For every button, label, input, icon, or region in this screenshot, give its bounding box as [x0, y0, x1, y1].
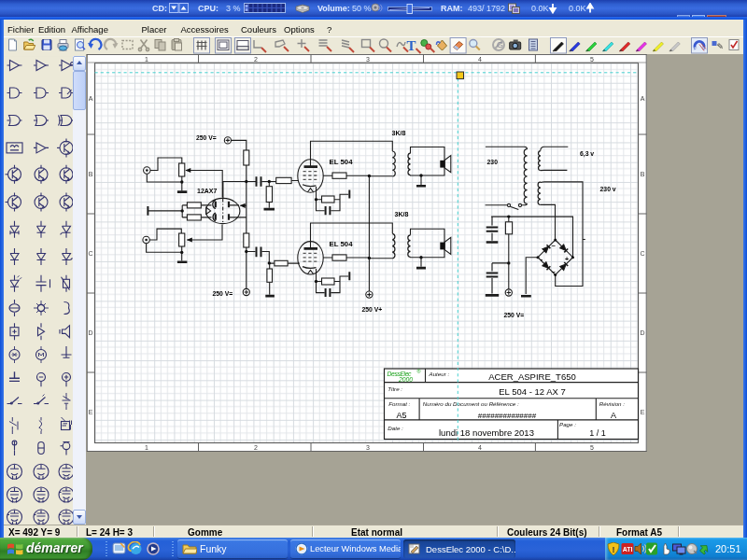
svg-text:C: C — [640, 250, 644, 257]
svg-text:B: B — [641, 171, 645, 177]
svg-text:C: C — [88, 250, 92, 257]
svg-text:EL 504: EL 504 — [330, 240, 354, 248]
svg-text:D: D — [640, 329, 644, 336]
svg-text:3K/8: 3K/8 — [392, 130, 406, 136]
svg-text:4: 4 — [478, 444, 482, 451]
svg-text:A: A — [89, 95, 93, 102]
svg-text:Page :: Page : — [559, 421, 576, 427]
svg-text:5: 5 — [590, 56, 594, 63]
svg-text:2000: 2000 — [398, 376, 413, 383]
svg-text:3: 3 — [366, 56, 370, 63]
svg-text:2: 2 — [254, 56, 258, 63]
svg-text:230: 230 — [487, 159, 499, 165]
svg-text:EL 504: EL 504 — [330, 158, 354, 166]
svg-text:✎: ✎ — [717, 42, 725, 51]
svg-text:250 V+: 250 V+ — [362, 306, 383, 313]
svg-text:A: A — [641, 95, 645, 102]
svg-text:B: B — [89, 171, 93, 177]
svg-text:Titre :: Titre : — [388, 385, 402, 392]
svg-text:250 V=: 250 V= — [196, 134, 217, 141]
svg-text:Date :: Date : — [388, 425, 403, 431]
svg-text:2: 2 — [254, 444, 258, 451]
svg-text:A: A — [611, 411, 616, 420]
svg-text:1: 1 — [145, 444, 148, 451]
svg-text:EL 504 - 12 AX 7: EL 504 - 12 AX 7 — [499, 386, 565, 397]
svg-text:5: 5 — [590, 444, 594, 451]
svg-text:ATI: ATI — [623, 546, 633, 553]
svg-text:3K/8: 3K/8 — [395, 211, 409, 217]
svg-text:~: ~ — [552, 269, 556, 275]
svg-text:3: 3 — [366, 444, 370, 451]
svg-text:Numéro du Document ou Référenc: Numéro du Document ou Référence : — [423, 400, 519, 407]
svg-text:lundi 18 novembre 2013: lundi 18 novembre 2013 — [439, 427, 534, 438]
svg-text:250 V=: 250 V= — [213, 290, 233, 297]
svg-text:T: T — [406, 38, 416, 53]
svg-text:6,3 v: 6,3 v — [580, 150, 594, 158]
svg-text:12AX7: 12AX7 — [197, 188, 218, 194]
svg-text:ACER_ASPIRE_T650: ACER_ASPIRE_T650 — [488, 371, 575, 382]
svg-text:Révision :: Révision : — [599, 400, 625, 407]
svg-text:G: G — [497, 40, 503, 49]
svg-text:D: D — [88, 329, 92, 336]
svg-text:##############: ############## — [478, 412, 537, 420]
svg-text:E: E — [641, 409, 645, 415]
svg-text:+: + — [565, 256, 569, 262]
svg-text:~: ~ — [552, 243, 556, 249]
svg-text:Auteur :: Auteur : — [429, 371, 450, 377]
svg-text:A5: A5 — [396, 411, 406, 420]
svg-text:4: 4 — [478, 56, 482, 63]
svg-text:®: ® — [417, 369, 421, 374]
svg-text:1 / 1: 1 / 1 — [589, 428, 606, 438]
svg-text:250 V=: 250 V= — [504, 312, 525, 318]
svg-text:!: ! — [613, 545, 615, 554]
svg-text:1: 1 — [145, 56, 148, 63]
svg-text:230 v: 230 v — [600, 186, 616, 192]
svg-text:E: E — [89, 409, 93, 415]
svg-text:Format :: Format : — [388, 400, 410, 407]
